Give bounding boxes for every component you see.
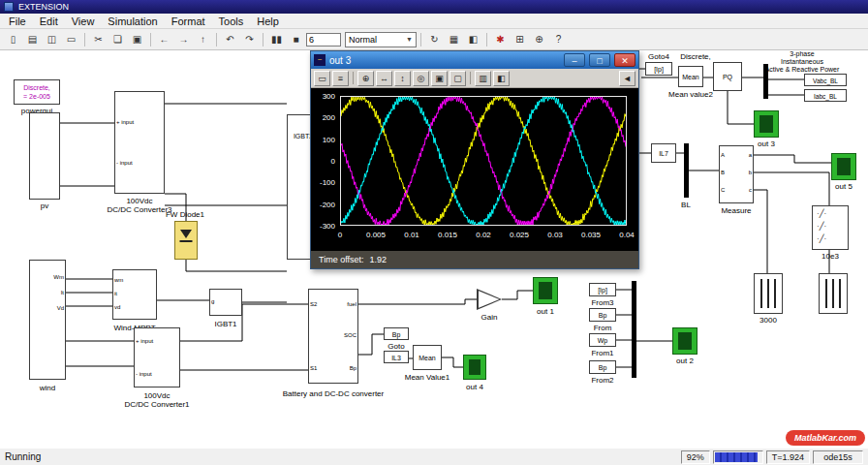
mean2-label-top: Discrete, [676,52,715,61]
forward-button[interactable]: → [174,31,193,48]
block-scope-out3[interactable] [754,110,779,138]
close-button[interactable]: ✕ [614,53,636,67]
up-button[interactable]: ↑ [194,31,212,48]
block-load-3000[interactable] [754,273,783,314]
minimize-button[interactable]: – [564,53,585,67]
cut-button[interactable]: ✂ [89,31,108,48]
mux-bl[interactable] [684,143,689,198]
block-goto4[interactable]: [Ip] [645,62,672,76]
toolbar-separator [150,33,151,46]
menu-file[interactable]: File [2,16,33,27]
block-goto-bp[interactable]: Bp [384,327,409,340]
scope-dock-button[interactable]: ◄ [619,71,636,86]
debug-button[interactable]: ✱ [491,31,510,48]
menu-simulation[interactable]: Simulation [101,16,164,27]
block-dcdc-converter1[interactable]: + input - input [134,327,180,388]
load-3000-label: 3000 [752,316,785,325]
scope-save-axes-button[interactable]: ▣ [431,71,448,86]
help-button[interactable]: ? [549,31,568,48]
block-from1[interactable]: Wp [589,333,616,347]
block-load-2[interactable] [819,273,848,314]
matlabkar-badge: MatlabKar.com [786,430,865,446]
scope-print-button[interactable]: ▭ [314,71,330,86]
scope-zoom-button[interactable]: ⊕ [357,71,374,86]
iabc-bl-text: Iabc_BL [805,92,846,99]
block-igbt1[interactable]: g [209,289,242,316]
from-bp-text: Bp [590,312,615,319]
zoom-button[interactable]: ⊕ [530,31,548,48]
block-scope-out5[interactable] [831,153,856,180]
model-canvas[interactable]: Discrete, = 2e-005 powergui pv + input -… [0,50,868,448]
coil-icon [767,279,769,308]
copy-button[interactable]: ❏ [108,31,127,48]
scope-autoscale-button[interactable]: ◎ [413,71,429,86]
block-from-bp[interactable]: Bp [589,308,616,322]
tag-iabc-bl[interactable]: Iabc_BL [804,89,847,102]
maximize-button[interactable]: □ [589,53,610,67]
block-discrete-mean2[interactable]: Mean [678,66,703,87]
block-battery-dcdc[interactable]: S2 S1 fuel SOC Bp [308,289,358,384]
block-from2[interactable]: Bp [589,360,616,374]
block-mean-value1[interactable]: Mean [413,345,442,370]
back-button[interactable]: ← [155,31,173,48]
scope-titlebar[interactable]: ~ out 3 – □ ✕ [311,51,638,69]
block-wind[interactable]: Wm It Vd [29,260,66,380]
block-breaker[interactable]: ·╱· ·╱· ·╱· [812,205,849,250]
block-il7[interactable]: IL7 [651,143,676,163]
mux-bottom[interactable] [632,281,636,378]
converter1-label-2: DC/DC Converter1 [114,400,200,409]
sim-mode-select[interactable]: Normal ▼ [345,32,417,47]
block-powergui[interactable]: Discrete, = 2e-005 [14,79,60,105]
mux-top[interactable] [763,64,768,99]
switch-icon: ·╱· [817,234,826,243]
mppt-port-wm: wm [114,277,123,283]
update-diagram-button[interactable]: ↻ [425,31,444,48]
measure-port-c: C [721,187,725,193]
open-button[interactable]: ▤ [23,31,42,48]
from3-label: From3 [585,298,620,307]
block-measure[interactable]: A B C a b c [719,145,754,203]
block-wind-mppt[interactable]: wm it vd [112,269,157,320]
scope-zoom-y-button[interactable]: ↕ [394,71,411,86]
library-browser-button[interactable]: ▦ [445,31,463,48]
scope-restore-axes-button[interactable]: ▢ [450,71,466,86]
new-button[interactable]: ▯ [4,31,22,48]
window-titlebar[interactable]: EXTENSION [0,0,868,14]
block-from-il3[interactable]: IL3 [384,351,409,363]
block-scope-out2[interactable] [672,327,698,355]
menu-help[interactable]: Help [250,16,286,27]
save-button[interactable]: ◫ [43,31,61,48]
status-text: Running [5,451,41,462]
measure-label: Measure [715,206,758,215]
scope-float-button[interactable]: ▥ [475,71,491,86]
scope-lock-axes-button[interactable]: ◧ [493,71,510,86]
block-dcdc-converter3[interactable]: + input - input [114,91,165,194]
menu-format[interactable]: Format [165,16,212,27]
block-from3[interactable]: [Ip] [589,283,616,296]
scope-parameters-button[interactable]: ≡ [332,71,349,86]
model-browser-button[interactable]: ◧ [464,31,482,48]
block-fw-diode1[interactable] [174,221,198,260]
scope-window[interactable]: ~ out 3 – □ ✕ ▭ ≡ ⊕ ↔ ↕ ◎ ▣ ▢ ▥ ◧ ◄ 3002… [310,50,639,269]
menu-edit[interactable]: Edit [33,16,65,27]
goto4-label: Goto4 [643,52,674,61]
paste-button[interactable]: ▣ [128,31,146,48]
sim-stop-time-field[interactable] [306,33,341,46]
print-button[interactable]: ▭ [62,31,80,48]
block-scope-out1[interactable] [533,277,558,304]
undo-button[interactable]: ↶ [221,31,239,48]
from1-label: From1 [585,349,620,357]
redo-button[interactable]: ↷ [240,31,259,48]
from2-text: Bp [590,364,615,371]
tag-vabc-bl[interactable]: Vabc_BL [804,74,847,86]
toggle-browser-button[interactable]: ⊞ [511,31,529,48]
menu-tools[interactable]: Tools [212,16,251,27]
block-pv[interactable] [29,112,60,200]
stop-button[interactable]: ■ [287,31,305,48]
breaker-label: 10e3 [810,252,851,261]
scope-zoom-x-button[interactable]: ↔ [376,71,392,86]
pause-button[interactable]: ▮▮ [267,31,286,48]
menu-view[interactable]: View [65,16,102,27]
block-scope-out4[interactable] [463,355,486,380]
battery-port-bp: Bp [350,365,356,371]
